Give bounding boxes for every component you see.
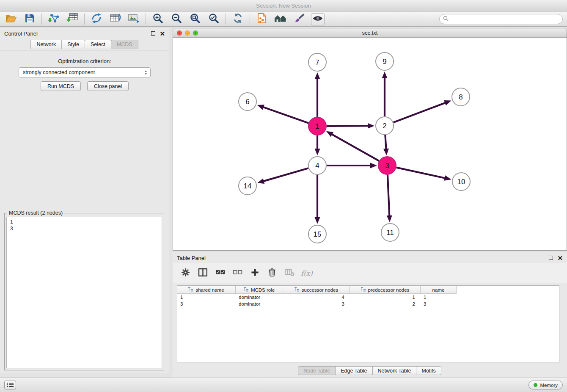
dropdown-stepper-icon: ▲▼: [143, 69, 149, 75]
column-header-name[interactable]: name: [421, 286, 457, 294]
zoom-in-icon: [152, 13, 163, 25]
column-header-successor-nodes[interactable]: successor nodes: [283, 286, 350, 294]
tab-node-table[interactable]: Node Table: [298, 366, 336, 375]
graph-edge-3-10[interactable]: [396, 168, 445, 178]
memory-button[interactable]: Memory: [528, 381, 563, 389]
network-table-button[interactable]: [108, 13, 122, 25]
graph-node-14[interactable]: 14: [239, 177, 256, 195]
show-panels-button[interactable]: [4, 381, 16, 389]
search-icon: [443, 15, 449, 23]
graph-node-7[interactable]: 7: [308, 53, 326, 71]
style-brush-button[interactable]: [292, 13, 306, 25]
show-hide-button[interactable]: [311, 13, 325, 25]
double-home-icon: [274, 14, 287, 25]
function-builder-button[interactable]: f(x): [302, 268, 312, 278]
tab-style[interactable]: Style: [61, 40, 85, 49]
graph-edge-arrowhead: [383, 149, 389, 155]
graph-edge-1-2[interactable]: [327, 126, 369, 126]
toolbar-separator: [41, 14, 42, 25]
import-table-button[interactable]: [66, 13, 79, 25]
show-columns-button[interactable]: [198, 268, 208, 278]
graph-node-8[interactable]: 8: [452, 88, 470, 106]
import-table-icon: [66, 13, 78, 25]
tab-edge-table[interactable]: Edge Table: [335, 366, 372, 375]
tab-network[interactable]: Network: [30, 40, 62, 49]
close-window-icon[interactable]: ×: [177, 30, 182, 36]
run-mcds-button[interactable]: Run MCDS: [41, 81, 81, 91]
graph-node-label: 2: [383, 122, 386, 130]
graph-node-label: 3: [385, 162, 389, 170]
close-table-panel-icon[interactable]: ✕: [557, 255, 563, 261]
column-attr-icon: [188, 287, 193, 293]
graph-edge-3-1[interactable]: [331, 134, 379, 161]
tab-motifs[interactable]: Motifs: [416, 366, 441, 375]
table-row[interactable]: 3dominator323: [177, 301, 559, 307]
graph-node-15[interactable]: 15: [308, 225, 326, 243]
table-tabs: Node Table Edge Table Network Table Moti…: [173, 366, 567, 375]
graph-edge-arrowhead: [257, 179, 264, 184]
minimize-window-icon[interactable]: −: [185, 30, 190, 36]
column-header-mcds-role[interactable]: MCDS role: [236, 286, 283, 294]
network-from-selection-button[interactable]: [90, 13, 103, 25]
search-field[interactable]: [439, 14, 563, 24]
delete-table-icon: [285, 268, 295, 278]
graph-edge-3-11[interactable]: [388, 175, 389, 216]
tab-select[interactable]: Select: [85, 40, 111, 49]
column-header-predecessor-nodes[interactable]: predecessor nodes: [350, 286, 421, 294]
home-view-button[interactable]: [274, 13, 287, 25]
control-panel-tabs: Network Style Select MCDS: [0, 40, 169, 49]
zoom-fit-button[interactable]: [188, 13, 202, 25]
select-all-columns-button[interactable]: [215, 268, 225, 278]
network-window-titlebar[interactable]: × − + scc.txt: [173, 28, 567, 38]
column-label: MCDS role: [251, 287, 275, 293]
zoom-out-button[interactable]: [170, 13, 183, 25]
graph-node-10[interactable]: 10: [452, 173, 470, 190]
graph-node-label: 6: [245, 98, 249, 106]
maximize-window-icon[interactable]: +: [193, 30, 198, 36]
toolbar-separator: [146, 14, 146, 25]
network-window-title: scc.txt: [173, 30, 567, 36]
float-table-panel-icon[interactable]: [549, 256, 553, 260]
graph-node-1[interactable]: 1: [308, 117, 326, 135]
graph-node-2[interactable]: 2: [376, 117, 394, 135]
graph-edge-arrowhead: [257, 105, 264, 110]
zoom-selected-button[interactable]: [207, 13, 220, 25]
save-session-button[interactable]: [23, 13, 36, 25]
refresh-button[interactable]: [231, 13, 245, 25]
memory-status-icon: [534, 383, 537, 387]
tab-network-table[interactable]: Network Table: [372, 366, 417, 375]
tab-mcds[interactable]: MCDS: [111, 40, 138, 49]
table-row[interactable]: 1dominator411: [177, 294, 559, 301]
document-share-icon: [257, 13, 267, 25]
graph-node-3[interactable]: 3: [378, 157, 396, 174]
toolbar-separator: [226, 14, 226, 25]
graph-node-11[interactable]: 11: [381, 224, 399, 241]
float-panel-icon[interactable]: [151, 31, 155, 36]
paint-brush-icon: [294, 13, 305, 25]
mcds-result-list[interactable]: 13: [6, 217, 162, 368]
search-input[interactable]: [451, 16, 559, 22]
table-settings-button[interactable]: [180, 268, 190, 278]
graph-node-6[interactable]: 6: [239, 93, 256, 110]
graph-node-9[interactable]: 9: [376, 52, 394, 70]
export-image-button[interactable]: [127, 13, 140, 25]
delete-column-button[interactable]: [267, 268, 277, 278]
open-session-button[interactable]: [4, 13, 18, 25]
zoom-in-button[interactable]: [151, 13, 165, 25]
graph-edge-1-6[interactable]: [263, 107, 308, 123]
create-column-button[interactable]: [250, 268, 260, 278]
gear-icon: [181, 268, 190, 279]
graph-node-4[interactable]: 4: [308, 157, 326, 174]
import-network-button[interactable]: [47, 13, 61, 25]
delete-table-button[interactable]: [284, 268, 295, 278]
close-panel-icon[interactable]: ✕: [160, 30, 165, 37]
network-canvas[interactable]: 7968124314101511: [173, 38, 567, 250]
optimization-criterion-select[interactable]: strongly connected component ▲▼: [19, 67, 151, 77]
graph-edge-4-14[interactable]: [263, 168, 308, 181]
export-document-button[interactable]: [255, 13, 269, 25]
graph-edge-2-3[interactable]: [385, 135, 386, 149]
unselect-all-columns-button[interactable]: [232, 268, 242, 278]
column-header-shared-name[interactable]: shared name: [177, 286, 236, 294]
close-panel-button[interactable]: Close panel: [87, 81, 129, 91]
graph-edge-2-8[interactable]: [394, 102, 446, 122]
